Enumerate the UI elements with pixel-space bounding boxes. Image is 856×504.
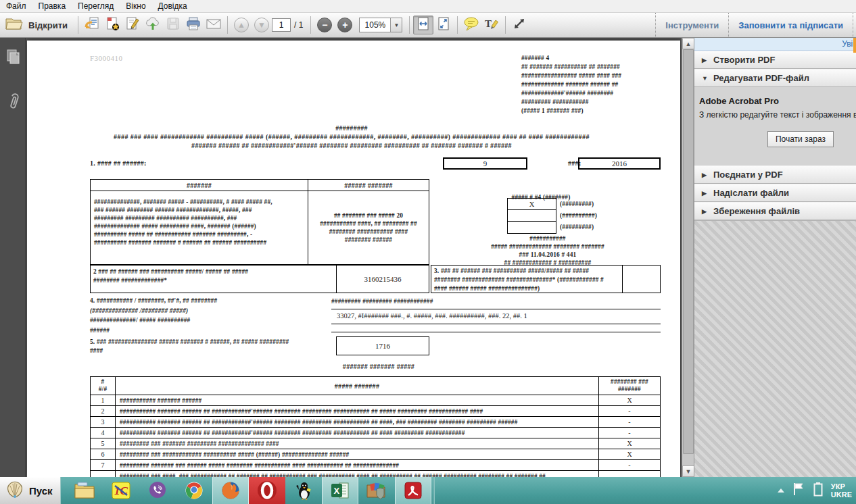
section-store-files[interactable]: ▶ Збереження файлів (694, 202, 856, 220)
open-folder-icon (5, 17, 23, 33)
chevron-right-icon: ▶ (702, 172, 707, 178)
highlight-text-button[interactable]: T (481, 16, 502, 34)
next-page-button[interactable]: ▼ (252, 16, 272, 34)
field3-box: 3. ### ## ###### ### ########## #####/##… (431, 265, 661, 293)
email-button[interactable] (204, 16, 224, 34)
zoom-out-button[interactable]: − (314, 16, 335, 34)
field5-value-box: 1716 (336, 336, 429, 355)
chevron-down-icon[interactable]: ▼ (390, 18, 402, 32)
zoom-in-button[interactable]: + (335, 16, 355, 34)
comment-button[interactable] (461, 16, 481, 34)
start-button[interactable]: Пуск (0, 477, 61, 504)
toolbar-separator (505, 16, 506, 34)
create-pdf-button[interactable] (102, 16, 122, 34)
field2-box: 2 ### ## ###### ### ########## #####/ ##… (90, 265, 429, 293)
table-row: 3 ########### ####### ###### ## ########… (91, 416, 660, 427)
section-create-pdf[interactable]: ▶ Створити PDF (694, 51, 856, 69)
section-combine-pdf-label: Поєднати у PDF (713, 170, 783, 180)
export-pdf-button[interactable] (82, 16, 102, 34)
previous-page-button[interactable]: ▲ (231, 16, 252, 34)
table-row: 1 ########### ####### ###### X (91, 395, 660, 405)
file-explorer-icon[interactable] (66, 477, 103, 504)
scrollbar-thumb[interactable] (683, 49, 694, 454)
email-icon (206, 17, 222, 33)
fill-sign-tab[interactable]: Заповнити та підписати (728, 13, 853, 37)
menu-help[interactable]: Довідка (152, 0, 193, 12)
zoom-out-icon: − (317, 18, 332, 32)
order-reference-block: ########### ##### ############# ########… (446, 234, 649, 267)
chevron-right-icon: ▶ (702, 190, 707, 197)
svg-text:X: X (334, 486, 340, 496)
print-icon (185, 16, 201, 34)
menu-view[interactable]: Перегляд (72, 0, 120, 12)
field1-label: 1. #### ## ######: (90, 159, 147, 167)
page-number-input[interactable] (272, 18, 291, 32)
chevron-right-icon: ▶ (702, 208, 707, 215)
vertical-scrollbar[interactable]: ▲ ▼ (682, 38, 694, 477)
start-now-button[interactable]: Почати зараз (767, 131, 834, 147)
flag-icon[interactable] (792, 482, 805, 499)
field4-rule (331, 332, 661, 332)
zoom-in-icon: + (337, 18, 352, 32)
attachments-button[interactable] (0, 89, 26, 119)
page-down-icon: ▼ (254, 18, 269, 32)
toolbar-separator (409, 16, 410, 34)
toolbar-separator (227, 16, 228, 34)
save-button[interactable] (163, 16, 183, 34)
chrome-icon[interactable] (176, 477, 212, 504)
operations-table: # #/# ##### ####### ######## ### #######… (90, 376, 661, 477)
table1-left-cell: ##############, ####### ##### - ########… (91, 191, 308, 264)
tux-penguin-icon[interactable] (285, 477, 322, 504)
open-button[interactable]: Відкрити (0, 15, 74, 35)
show-hidden-icons-button[interactable] (778, 488, 784, 493)
taskbar-separator (433, 477, 435, 504)
page-thumbnails-icon (5, 49, 20, 68)
section-edit-pdf-label: Редагувати PDF-файл (713, 73, 809, 83)
scroll-up-button[interactable]: ▲ (682, 38, 694, 49)
section-combine-pdf[interactable]: ▶ Поєднати у PDF (694, 166, 856, 184)
chevron-right-icon: ▶ (702, 57, 707, 64)
field5-label: 5. ### ############### ###### ####### # … (90, 338, 289, 355)
tools-tab-label: Інструменти (665, 20, 719, 30)
scroll-mode-icon (416, 16, 431, 34)
language-indicator[interactable]: УКР UKRE (831, 482, 852, 499)
fullscreen-button[interactable] (509, 16, 529, 34)
document-viewport[interactable]: F3000410 ####### 4 ## ####### ##########… (26, 38, 682, 477)
section-edit-pdf[interactable]: ▼ Редагувати PDF-файл (694, 69, 856, 87)
scroll-mode-button[interactable] (413, 16, 433, 34)
battery-icon[interactable] (813, 481, 824, 500)
zoom-level-value: 105% (360, 20, 390, 30)
menu-edit[interactable]: Правка (32, 0, 72, 12)
firefox-icon[interactable] (212, 477, 249, 504)
excel-icon[interactable]: X (322, 477, 358, 504)
cloud-upload-button[interactable] (143, 16, 163, 34)
create-pdf-icon (104, 16, 120, 34)
menu-file[interactable]: Файл (0, 0, 32, 12)
section-send-files[interactable]: ▶ Надіслати файли (694, 184, 856, 202)
photo-viewer-icon[interactable] (358, 477, 395, 504)
print-button[interactable] (183, 16, 204, 34)
tools-tab[interactable]: Інструменти (655, 13, 728, 37)
checkbox-label: (#########) (560, 224, 594, 230)
quick-launch: 1С X (66, 477, 435, 504)
page-thumbnails-button[interactable] (0, 43, 26, 73)
form-code: F3000410 (90, 54, 123, 62)
system-tray: УКР UKRE (778, 477, 852, 504)
acrobat-reader-icon[interactable] (395, 477, 431, 504)
menu-window[interactable]: Вікно (120, 0, 151, 12)
toolbar-right-group: Інструменти Заповнити та підписати (655, 13, 853, 37)
1c-accounting-icon[interactable]: 1С (103, 477, 139, 504)
scroll-down-button[interactable]: ▼ (682, 465, 694, 477)
toolbar: Відкрити ▲ ▼ / 1 − + 105% ▼ (0, 13, 856, 38)
table2-header: # #/# ##### ####### ######## ### ####### (91, 377, 660, 395)
checkbox-label: (#########) (560, 201, 594, 207)
fit-page-button[interactable] (433, 16, 454, 34)
document-title: ######### #### ### #### ############ ###… (47, 124, 656, 150)
opera-icon[interactable] (249, 477, 285, 504)
table-row: ######### ### ####, ### ########### ## #… (91, 470, 660, 477)
viber-icon[interactable] (139, 477, 176, 504)
zoom-level-select[interactable]: 105% ▼ (359, 18, 402, 32)
open-button-label: Відкрити (28, 20, 68, 30)
svg-text:T: T (485, 18, 492, 29)
edit-page-button[interactable] (122, 16, 143, 34)
